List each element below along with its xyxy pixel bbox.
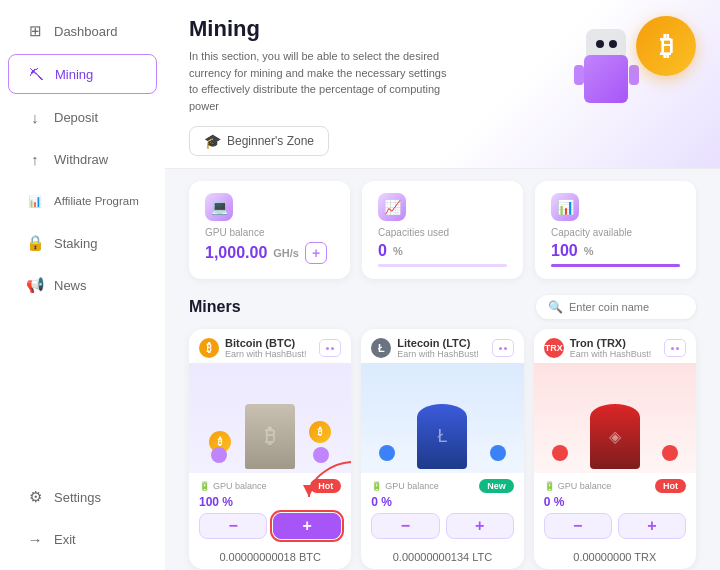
btc-plus-button[interactable]: + xyxy=(273,513,341,539)
ltc-node-right xyxy=(490,445,506,461)
sidebar-item-label: Settings xyxy=(54,490,101,505)
staking-icon: 🔒 xyxy=(26,234,44,252)
btc-expand-button[interactable] xyxy=(319,339,341,357)
ltc-bottom: 🔋 GPU balance New 0 % − + xyxy=(361,473,523,545)
miners-grid: ₿ Bitcoin (BTC) Earn with HashBust! xyxy=(165,329,720,570)
btc-node-right xyxy=(313,447,329,463)
battery-icon: 🔋 xyxy=(199,481,210,491)
trx-coin-info: TRX Tron (TRX) Earn with HashBust! xyxy=(544,337,652,359)
trx-coin-name: Tron (TRX) xyxy=(570,337,652,349)
ltc-node-left xyxy=(379,445,395,461)
sidebar-item-withdraw[interactable]: ↑ Withdraw xyxy=(8,140,157,178)
btc-visual: ₿ ₿ xyxy=(189,363,351,473)
search-input[interactable] xyxy=(569,301,684,313)
mining-icon: ⛏ xyxy=(27,65,45,83)
trx-bottom: 🔋 GPU balance Hot 0 % − + xyxy=(534,473,696,545)
btc-node-left xyxy=(211,447,227,463)
trx-minus-button[interactable]: − xyxy=(544,513,612,539)
sidebar-item-label: Deposit xyxy=(54,110,98,125)
expand-dots xyxy=(326,347,334,350)
btc-cylinder xyxy=(245,404,295,469)
ltc-coin-sub: Earn with HashBust! xyxy=(397,349,479,359)
sidebar-item-label: Affiliate Program xyxy=(54,195,139,207)
banner-robot-art: ₿ xyxy=(576,16,696,116)
ltc-amount: 0.00000000134 LTC xyxy=(361,551,523,569)
trx-gpu-row: 🔋 GPU balance Hot xyxy=(544,479,686,493)
trx-ctrl-row: − + xyxy=(544,513,686,539)
btc-minus-button[interactable]: − xyxy=(199,513,267,539)
ltc-coin-name: Litecoin (LTC) xyxy=(397,337,479,349)
settings-icon: ⚙ xyxy=(26,488,44,506)
coin-search-box[interactable]: 🔍 xyxy=(536,295,696,319)
trx-coin-icon: TRX xyxy=(544,338,564,358)
ltc-visual: Ł xyxy=(361,363,523,473)
trx-badge: Hot xyxy=(655,479,686,493)
sidebar-item-label: Exit xyxy=(54,532,76,547)
trx-node-right xyxy=(662,445,678,461)
trx-visual: ◈ xyxy=(534,363,696,473)
search-icon: 🔍 xyxy=(548,300,563,314)
beginners-icon: 🎓 xyxy=(204,133,221,149)
sidebar-item-affiliate[interactable]: 📊 Affiliate Program xyxy=(8,182,157,220)
ltc-battery-icon: 🔋 xyxy=(371,481,382,491)
sidebar-item-dashboard[interactable]: ⊞ Dashboard xyxy=(8,12,157,50)
trx-expand-button[interactable] xyxy=(664,339,686,357)
sidebar-item-label: Staking xyxy=(54,236,97,251)
capacities-used-label: Capacities used xyxy=(378,227,507,238)
stat-capacity-available: 📊 Capacity available 100 % xyxy=(535,181,696,279)
btc-gpu-label: 🔋 GPU balance xyxy=(199,481,267,491)
btc-badge: Hot xyxy=(310,479,341,493)
sidebar-item-label: Dashboard xyxy=(54,24,118,39)
sidebar-item-label: News xyxy=(54,278,87,293)
ltc-expand-button[interactable] xyxy=(492,339,514,357)
ltc-plus-button[interactable]: + xyxy=(446,513,514,539)
affiliate-icon: 📊 xyxy=(26,192,44,210)
trx-coin-sub: Earn with HashBust! xyxy=(570,349,652,359)
trx-plus-button[interactable]: + xyxy=(618,513,686,539)
ltc-gpu-label: 🔋 GPU balance xyxy=(371,481,439,491)
btc-gpu-row: 🔋 GPU balance Hot xyxy=(199,479,341,493)
sidebar-item-staking[interactable]: 🔒 Staking xyxy=(8,224,157,262)
btc-amount: 0.00000000018 BTC xyxy=(189,551,351,569)
capacity-avail-icon: 📊 xyxy=(551,193,579,221)
miner-card-trx: TRX Tron (TRX) Earn with HashBust! ◈ xyxy=(534,329,696,569)
miners-header: Miners 🔍 xyxy=(165,291,720,329)
ltc-coin-info: Ł Litecoin (LTC) Earn with HashBust! xyxy=(371,337,479,359)
deposit-icon: ↓ xyxy=(26,108,44,126)
btc-bottom: 🔋 GPU balance Hot 100 % − + xyxy=(189,473,351,545)
btc-header: ₿ Bitcoin (BTC) Earn with HashBust! xyxy=(189,329,351,363)
sidebar: ⊞ Dashboard ⛏ Mining ↓ Deposit ↑ Withdra… xyxy=(0,0,165,570)
sidebar-item-settings[interactable]: ⚙ Settings xyxy=(8,478,157,516)
available-fill xyxy=(551,264,680,267)
sidebar-item-label: Mining xyxy=(55,67,93,82)
btc-coin-info: ₿ Bitcoin (BTC) Earn with HashBust! xyxy=(199,337,307,359)
ltc-minus-button[interactable]: − xyxy=(371,513,439,539)
sidebar-item-mining[interactable]: ⛏ Mining xyxy=(8,54,157,94)
ltc-badge: New xyxy=(479,479,514,493)
ltc-gpu-row: 🔋 GPU balance New xyxy=(371,479,513,493)
btc-coin-name: Bitcoin (BTC) xyxy=(225,337,307,349)
ltc-ctrl-row: − + xyxy=(371,513,513,539)
capacities-used-value: 0 % xyxy=(378,242,507,260)
banner-description: In this section, you will be able to sel… xyxy=(189,48,449,114)
btc-mini-coin-right: ₿ xyxy=(309,421,331,443)
capacity-bar xyxy=(378,264,507,267)
dashboard-icon: ⊞ xyxy=(26,22,44,40)
beginners-label: Beginner's Zone xyxy=(227,134,314,148)
miners-title: Miners xyxy=(189,298,241,316)
trx-cylinder: ◈ xyxy=(590,404,640,469)
sidebar-item-exit[interactable]: → Exit xyxy=(8,520,157,558)
ltc-gpu-value: 0 % xyxy=(371,495,513,509)
trx-battery-icon: 🔋 xyxy=(544,481,555,491)
beginners-zone-button[interactable]: 🎓 Beginner's Zone xyxy=(189,126,329,156)
sidebar-item-news[interactable]: 📢 News xyxy=(8,266,157,304)
capacity-available-label: Capacity available xyxy=(551,227,680,238)
news-icon: 📢 xyxy=(26,276,44,294)
btc-coin-sub: Earn with HashBust! xyxy=(225,349,307,359)
trx-node-left xyxy=(552,445,568,461)
add-gpu-button[interactable]: + xyxy=(305,242,327,264)
trx-header: TRX Tron (TRX) Earn with HashBust! xyxy=(534,329,696,363)
trx-amount: 0.00000000 TRX xyxy=(534,551,696,569)
sidebar-item-label: Withdraw xyxy=(54,152,108,167)
sidebar-item-deposit[interactable]: ↓ Deposit xyxy=(8,98,157,136)
